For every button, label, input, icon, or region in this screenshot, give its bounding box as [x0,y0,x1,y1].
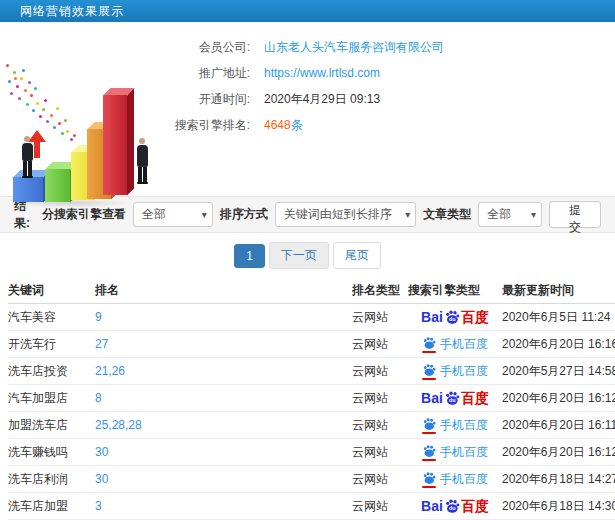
rank-link[interactable]: 3 [95,499,102,513]
baidu-logo: Baidu百度 [421,498,489,514]
table-row: 洗车店利润 30 云网站 手机百度 2020年6月18日 14:27 [8,466,615,493]
rank-count-value: 4648条 [264,117,303,134]
promo-url-link[interactable]: https://www.lrtlsd.com [264,66,380,80]
type-filter-value: 全部 [487,207,511,221]
baidu-paw-icon: du [444,390,460,406]
table-row: 洗车店投资 21,26 云网站 手机百度 2020年5月27日 14:58 [8,358,615,385]
rank-count-unit: 条 [291,118,303,132]
header-rank-type: 排名类型 [352,282,408,299]
table-row: 汽车加盟店 8 云网站 Baidu百度 2020年6月20日 16:12 [8,385,615,412]
header-rank: 排名 [95,282,352,299]
type-filter-label: 文章类型 [423,206,471,223]
engine-cell: 手机百度 [408,336,502,353]
table-row: 汽车美容 9 云网站 Baidu百度 2020年6月5日 11:24 [8,304,615,331]
rank-type-cell: 云网站 [352,471,408,488]
baidu-paw-icon [422,363,436,377]
red-underline [422,378,436,380]
baidu-paw-icon: du [444,309,460,325]
mobile-baidu-logo: 手机百度 [422,336,488,353]
last-page-button[interactable]: 尾页 [333,242,381,269]
mobile-baidu-logo: 手机百度 [422,444,488,461]
open-time-label: 开通时间: [148,91,250,108]
keyword-cell: 洗车赚钱吗 [8,444,95,461]
mobile-baidu-logo: 手机百度 [422,471,488,488]
businessman-figure-left [19,136,35,178]
bar-green [45,169,70,202]
bar-blue [13,177,43,202]
keyword-rank-table: 关键词 排名 排名类型 搜索引擎类型 最新更新时间 汽车美容 9 云网站 Bai… [0,278,615,520]
header-engine-type: 搜索引擎类型 [408,282,502,299]
rank-type-cell: 云网站 [352,309,408,326]
header-update-time: 最新更新时间 [502,282,615,299]
rank-type-cell: 云网站 [352,363,408,380]
keyword-cell: 加盟洗车店 [8,417,95,434]
sort-filter-value: 关键词由短到长排序 [284,207,392,221]
pagination: 1 下一页 尾页 [0,233,615,278]
company-link[interactable]: 山东老人头汽车服务咨询有限公司 [264,39,444,56]
info-row-open-time: 开通时间: 2020年4月29日 09:13 [148,86,444,112]
engine-cell: 手机百度 [408,471,502,488]
keyword-cell: 开洗车行 [8,336,95,353]
engine-cell: 手机百度 [408,363,502,380]
keyword-cell: 汽车美容 [8,309,95,326]
update-time-cell: 2020年6月20日 16:12 [502,390,615,407]
next-page-button[interactable]: 下一页 [269,242,329,269]
account-info-section: 会员公司: 山东老人头汽车服务咨询有限公司 推广地址: https://www.… [0,22,615,196]
info-row-url: 推广地址: https://www.lrtlsd.com [148,60,444,86]
sort-filter-label: 排序方式 [220,206,268,223]
rank-link[interactable]: 21,26 [95,364,125,378]
info-row-rank-count: 搜索引擎排名: 4648条 [148,112,444,138]
rank-link[interactable]: 27 [95,337,108,351]
red-underline [422,351,436,353]
rank-type-cell: 云网站 [352,417,408,434]
keyword-cell: 洗车店利润 [8,471,95,488]
rank-link[interactable]: 8 [95,391,102,405]
rank-link[interactable]: 25,28,28 [95,418,142,432]
header-bar: 网络营销效果展示 [0,0,615,22]
table-row: 加盟洗车店 25,28,28 云网站 手机百度 2020年6月20日 16:11 [8,412,615,439]
engine-cell: 手机百度 [408,417,502,434]
update-time-cell: 2020年6月20日 16:11 [502,417,615,434]
rank-count-label: 搜索引擎排名: [148,117,250,134]
red-underline [422,432,436,434]
submit-button[interactable]: 提交 [549,201,601,228]
rank-type-cell: 云网站 [352,336,408,353]
keyword-cell: 汽车加盟店 [8,390,95,407]
rank-link[interactable]: 30 [95,445,108,459]
update-time-cell: 2020年6月20日 16:12 [502,444,615,461]
sort-filter-select[interactable]: 关键词由短到长排序 [275,202,417,227]
table-header-row: 关键词 排名 排名类型 搜索引擎类型 最新更新时间 [8,278,615,304]
update-time-cell: 2020年6月20日 16:16 [502,336,615,353]
chevron-down-icon [405,203,410,226]
engine-cell: Baidu百度 [408,309,502,325]
account-info-list: 会员公司: 山东老人头汽车服务咨询有限公司 推广地址: https://www.… [148,34,444,138]
baidu-paw-icon [422,336,436,350]
baidu-paw-icon [422,417,436,431]
type-filter-select[interactable]: 全部 [478,202,542,227]
baidu-logo: Baidu百度 [421,390,489,406]
engine-filter-value: 全部 [142,207,166,221]
rank-type-cell: 云网站 [352,390,408,407]
svg-text:du: du [449,316,456,322]
svg-text:du: du [449,505,456,511]
page-button-1[interactable]: 1 [234,244,265,268]
red-underline [422,459,436,461]
rank-count-number: 4648 [264,118,291,132]
update-time-cell: 2020年6月5日 11:24 [502,309,615,326]
baidu-paw-icon [422,444,436,458]
page-title: 网络营销效果展示 [20,4,124,18]
confetti-dots [6,64,9,67]
rank-link[interactable]: 30 [95,472,108,486]
header-keyword: 关键词 [8,282,95,299]
bar-red [103,95,127,195]
rank-link[interactable]: 9 [95,310,102,324]
company-label: 会员公司: [148,39,250,56]
baidu-paw-icon: du [444,498,460,514]
baidu-logo: Baidu百度 [421,309,489,325]
chevron-down-icon [531,203,536,226]
update-time-cell: 2020年6月18日 14:30 [502,498,615,515]
engine-filter-select[interactable]: 全部 [133,202,213,227]
table-row: 开洗车行 27 云网站 手机百度 2020年6月20日 16:16 [8,331,615,358]
red-underline [422,486,436,488]
svg-text:du: du [449,397,456,403]
